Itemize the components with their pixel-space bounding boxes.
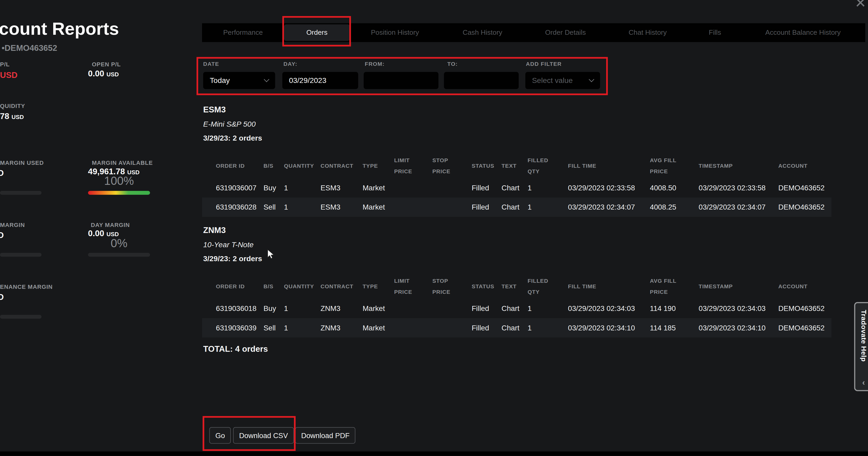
- cell-account: DEMO463652: [778, 203, 832, 211]
- date-select[interactable]: Today: [203, 72, 275, 89]
- contract-symbol: ESM3: [203, 104, 226, 114]
- col-timestamp: TIMESTAMP: [699, 281, 778, 292]
- section-summary: 3/29/23: 2 orders: [203, 255, 262, 263]
- col-fill-time: FILL TIME: [568, 160, 650, 171]
- total-orders: TOTAL: 4 orders: [203, 344, 268, 354]
- cell-order-id: 6319036018: [216, 304, 264, 313]
- close-icon[interactable]: ✕: [855, 0, 866, 11]
- mouse-cursor-icon: [267, 249, 275, 260]
- cell-contract: ZNM3: [320, 304, 363, 313]
- col-quantity: QUANTITY: [284, 281, 320, 292]
- margin-used-value: D: [0, 168, 4, 178]
- col-bs: B/S: [264, 160, 284, 171]
- cell-account: DEMO463652: [778, 184, 832, 192]
- cell-status: Filled: [471, 184, 501, 192]
- cell-avg-fill-price: 114 190: [650, 304, 699, 313]
- cell-bs: Buy: [264, 184, 284, 192]
- cell-avg-fill-price: 4008.25: [650, 203, 699, 211]
- cell-account: DEMO463652: [778, 304, 832, 313]
- cell-status: Filled: [471, 324, 501, 332]
- day-filter-label: DAY:: [283, 61, 298, 67]
- table-row[interactable]: 6319036007 Buy 1 ESM3 Market Filled Char…: [202, 178, 831, 198]
- liquidity-label: QUIDITY: [0, 102, 25, 109]
- chevron-left-icon: ‹: [862, 377, 865, 387]
- cell-timestamp: 03/29/2023 02:34:03: [699, 304, 778, 313]
- table-header: ORDER ID B/S QUANTITY CONTRACT TYPE LIMI…: [202, 274, 831, 299]
- margin-used-bar: [0, 191, 42, 195]
- col-avg-fill-price: AVG FILL PRICE: [650, 275, 699, 297]
- account-id: •DEMO463652: [2, 43, 57, 53]
- tab-position-history[interactable]: Position History: [350, 23, 440, 42]
- cell-text: Chart: [502, 203, 528, 211]
- add-filter-select[interactable]: Select value: [525, 72, 600, 89]
- tab-cash-history[interactable]: Cash History: [440, 23, 525, 42]
- tab-account-balance-history[interactable]: Account Balance History: [741, 23, 865, 42]
- to-filter-label: TO:: [447, 61, 458, 67]
- pl-label: P/L: [0, 61, 10, 67]
- cell-avg-fill-price: 4008.50: [650, 184, 699, 192]
- table-row[interactable]: 6319036028 Sell 1 ESM3 Market Filled Cha…: [202, 197, 831, 217]
- open-pl-unit: USD: [106, 71, 119, 77]
- cell-timestamp: 03/29/2023 02:34:10: [699, 324, 778, 332]
- col-limit-price: LIMIT PRICE: [394, 155, 432, 177]
- cell-type: Market: [363, 203, 394, 211]
- col-stop-price: STOP PRICE: [432, 155, 471, 177]
- table-row[interactable]: 6319036018 Buy 1 ZNM3 Market Filled Char…: [202, 299, 831, 318]
- day-margin-percent: 0%: [88, 237, 150, 250]
- col-avg-fill-price: AVG FILL PRICE: [650, 155, 699, 177]
- table-row[interactable]: 6319036039 Sell 1 ZNM3 Market Filled Cha…: [202, 318, 831, 337]
- day-input[interactable]: [282, 72, 358, 89]
- report-tabs: Performance Orders Position History Cash…: [202, 23, 865, 42]
- to-input[interactable]: [444, 72, 519, 89]
- chevron-down-icon: [264, 76, 269, 82]
- maintenance-margin-label: ENANCE MARGIN: [0, 283, 53, 290]
- pl-value: USD: [0, 70, 18, 80]
- tab-performance[interactable]: Performance: [202, 23, 284, 42]
- bottom-bar: [0, 452, 868, 456]
- col-type: TYPE: [363, 281, 394, 292]
- cell-order-id: 6319036028: [216, 203, 264, 211]
- maintenance-margin-value: D: [0, 292, 4, 302]
- col-status: STATUS: [471, 281, 501, 292]
- col-type: TYPE: [363, 160, 394, 171]
- cell-timestamp: 03/29/2023 02:33:58: [699, 184, 778, 192]
- col-contract: CONTRACT: [320, 281, 363, 292]
- col-text: TEXT: [502, 281, 528, 292]
- tradovate-help-tab[interactable]: Tradovate Help ‹: [854, 302, 868, 391]
- contract-name: E-Mini S&P 500: [203, 120, 255, 128]
- cell-filled-qty: 1: [528, 324, 568, 332]
- tab-orders[interactable]: Orders: [284, 24, 350, 41]
- table-header: ORDER ID B/S QUANTITY CONTRACT TYPE LIMI…: [202, 154, 831, 178]
- cell-quantity: 1: [284, 304, 320, 313]
- add-filter-label: ADD FILTER: [526, 61, 562, 67]
- chevron-down-icon: [589, 76, 594, 82]
- download-pdf-button[interactable]: Download PDF: [295, 427, 355, 444]
- from-filter-label: FROM:: [365, 61, 384, 67]
- cell-filled-qty: 1: [528, 203, 568, 211]
- tab-order-details[interactable]: Order Details: [525, 23, 606, 42]
- date-select-value: Today: [210, 76, 230, 85]
- day-margin-amount: 0.00: [88, 229, 104, 238]
- page-title: count Reports: [0, 19, 119, 39]
- download-csv-button[interactable]: Download CSV: [233, 427, 294, 444]
- cell-avg-fill-price: 114 185: [650, 324, 699, 332]
- cell-text: Chart: [502, 304, 528, 313]
- col-order-id: ORDER ID: [216, 281, 264, 292]
- margin-available-label: MARGIN AVAILABLE: [92, 159, 153, 166]
- day-margin-label: DAY MARGIN: [91, 221, 130, 228]
- cell-order-id: 6319036039: [216, 324, 264, 332]
- cell-bs: Buy: [264, 304, 284, 313]
- cell-contract: ZNM3: [320, 324, 363, 332]
- margin-used-label: MARGIN USED: [0, 159, 44, 166]
- tab-chat-history[interactable]: Chat History: [606, 23, 689, 42]
- cell-contract: ESM3: [320, 184, 363, 192]
- cell-fill-time: 03/29/2023 02:34:07: [568, 203, 650, 211]
- contract-name: 10-Year T-Note: [203, 241, 253, 249]
- go-button[interactable]: Go: [209, 427, 231, 444]
- col-contract: CONTRACT: [320, 160, 363, 171]
- date-filter-label: DATE: [203, 61, 219, 67]
- from-input[interactable]: [364, 72, 439, 89]
- col-status: STATUS: [471, 160, 501, 171]
- day-margin-bar: [88, 253, 150, 257]
- tab-fills[interactable]: Fills: [689, 23, 741, 42]
